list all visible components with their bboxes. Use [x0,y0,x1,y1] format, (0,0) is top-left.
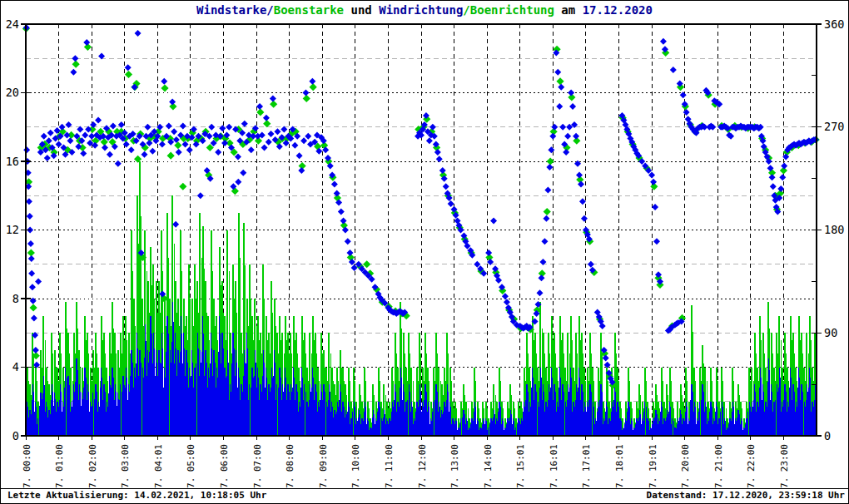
wind-dir-point [569,103,576,110]
x-axis-tick-label: 17. 21:00 [713,444,724,490]
wind-dir-point [291,142,298,149]
gust-dir-point [161,84,168,91]
wind-dir-point [123,141,130,147]
wind-dir-point [439,167,446,174]
wind-dir-point [80,150,87,156]
wind-dir-point [680,91,687,98]
right-axis-tick-label: 270 [824,120,844,133]
wind-dir-point [544,186,551,193]
x-axis-tick-label: 17. 04:01 [153,444,164,490]
wind-dir-point [537,289,544,296]
gust-dir-point [179,183,186,190]
wind-dir-point [102,145,108,151]
wind-dir-point [559,124,566,131]
wind-dir-point [219,125,226,131]
wind-dir-point [44,155,51,161]
wind-dir-point [448,200,454,207]
wind-dir-point [70,69,77,76]
wind-dir-point [347,250,354,256]
wind-dir-point [331,181,338,188]
x-axis-tick-label: 17. 22:00 [746,444,757,490]
gust-dir-point [544,208,551,215]
wind-dir-point [125,64,132,71]
wind-dir-point [263,115,270,121]
wind-dir-point [549,133,556,140]
gust-dir-point [72,61,80,68]
wind-dir-point [660,38,667,45]
wind-dir-point [186,146,193,153]
x-axis-tick-label: 17. 09:00 [318,444,329,490]
wind-dir-point [652,204,658,210]
gust-dir-point [167,152,175,160]
wind-dir-point [670,67,677,73]
wind-dir-point [47,130,54,136]
x-axis-tick-label: 17. 20:00 [680,444,691,490]
wind-dir-point [169,99,176,106]
wind-dir-point [72,55,78,62]
wind-dir-point [261,145,268,151]
wind-dir-point [166,122,172,129]
wind-dir-point [781,163,787,170]
wind-dir-point [538,274,544,281]
wind-dir-point [35,278,42,284]
wind-dir-point [309,78,315,85]
wind-dir-point [546,164,553,170]
right-axis-tick-label: 90 [824,326,837,339]
wind-dir-point [208,124,215,131]
wind-dir-point [564,133,571,140]
wind-dir-point [115,161,122,167]
wind-dir-point [653,238,660,245]
x-axis-tick-label: 17. 13:00 [449,444,460,490]
wind-dir-point [235,179,241,185]
wind-dir-point [436,156,443,162]
wind-dir-point [146,140,152,146]
wind-dir-point [149,148,156,155]
left-axis-tick-label: 8 [12,292,19,305]
wind-dir-point [144,124,151,131]
wind-dir-point [23,146,30,153]
wind-dir-point [581,215,588,222]
wind-dir-point [28,255,35,262]
wind-dir-point [270,95,276,101]
wind-dir-point [568,90,574,96]
wind-dir-point [770,183,777,190]
gust-dir-point [30,304,37,311]
wind-dir-point [215,149,221,156]
left-axis-tick-label: 16 [6,155,19,168]
wind-dir-point [588,261,594,268]
gust-dir-point [125,71,132,78]
x-axis-tick-label: 17. 02:00 [87,444,98,490]
wind-dir-point [683,109,690,116]
wind-dir-point [240,170,246,176]
wind-dir-point [180,122,186,129]
wind-dir-point [579,198,586,205]
wind-dir-point [268,131,275,137]
last-update-text: Letzte Aktualisierung: 14.02.2021, 10:18… [7,489,266,502]
wind-dir-point [563,149,569,156]
x-axis-tick-label: 17. 07:00 [252,444,263,490]
wind-dir-point [298,167,305,174]
x-axis-tick-label: 17. 03:00 [120,444,131,490]
gust-dir-point [270,101,277,108]
wind-dir-point [556,103,563,110]
wind-dir-point [88,133,95,140]
wind-dir-point [26,198,32,205]
wind-dir-point [769,174,776,180]
right-axis-tick-label: 0 [824,429,831,442]
x-axis-tick-label: 17. 17:01 [581,444,592,490]
x-axis-tick-label: 17. 08:00 [285,444,295,490]
wind-dir-point [95,117,102,124]
gust-dir-point [174,141,181,149]
wind-dir-point [340,218,347,225]
wind-dir-point [29,284,36,290]
left-axis-tick-label: 12 [6,223,19,236]
wind-dir-point [27,213,33,220]
data-status-text: Datenstand: 17.12.2020, 23:59:18 Uhr [647,489,845,502]
wind-dir-point [541,238,548,245]
wind-dir-point [548,146,554,153]
wind-dir-point [31,314,37,321]
wind-dir-point [241,121,248,127]
wind-dir-point [650,179,657,185]
x-axis-tick-label: 17. 15:01 [515,444,526,490]
left-axis-tick-label: 0 [12,429,19,442]
